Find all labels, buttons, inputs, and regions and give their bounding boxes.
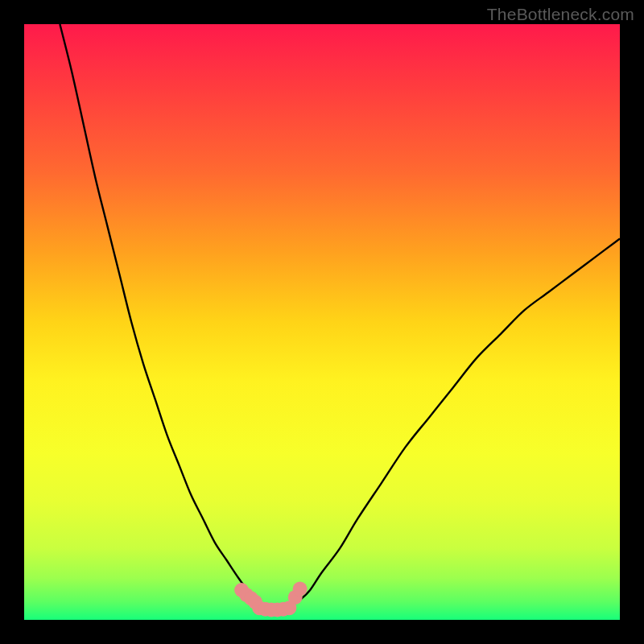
right-curve xyxy=(292,238,620,605)
chart-svg xyxy=(24,24,620,620)
chart-frame: TheBottleneck.com xyxy=(0,0,644,644)
watermark-text: TheBottleneck.com xyxy=(487,5,634,24)
bottom-dots-right-dot xyxy=(293,582,308,597)
plot-area xyxy=(24,24,620,620)
left-curve xyxy=(60,24,265,605)
